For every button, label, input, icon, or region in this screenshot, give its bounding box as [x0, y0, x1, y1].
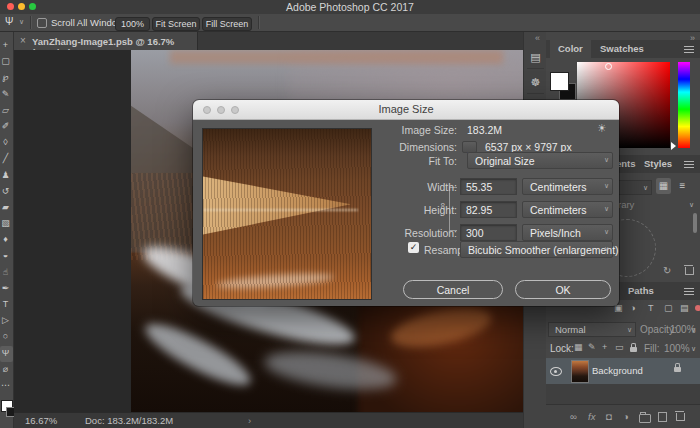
link-layers-icon[interactable]: ∞	[570, 411, 577, 422]
delete-icon[interactable]	[685, 267, 694, 275]
eraser-tool-icon[interactable]: ▰	[0, 200, 13, 216]
document-tab[interactable]: × YanZhang-Image1.psb @ 16.7% (RGB/8*) *	[14, 32, 198, 50]
expand-dock-icon[interactable]: «	[535, 33, 540, 43]
smudge-tool-icon[interactable]: ☝	[0, 265, 13, 281]
lock-position-icon[interactable]: +	[602, 342, 607, 352]
resolution-label: Resolution:	[347, 227, 457, 239]
navigator-panel-icon[interactable]: ☸	[527, 71, 544, 94]
layer-thumbnail[interactable]	[571, 360, 589, 383]
delete-layer-icon[interactable]	[676, 413, 685, 421]
clone-stamp-tool-icon[interactable]: ♟	[0, 168, 13, 184]
resample-dropdown[interactable]: Bicubic Smoother (enlargement) ∨	[460, 241, 613, 258]
lock-artboard-icon[interactable]: ▭	[615, 342, 624, 352]
app-title: Adobe Photoshop CC 2017	[0, 1, 700, 13]
dialog-title: Image Size	[193, 103, 619, 115]
hand-tool-options-icon: Ψ	[5, 16, 13, 28]
image-size-dialog: Image Size Image Size: 183.2M ☀ Dimensio…	[193, 100, 619, 306]
chevron-down-icon: ∨	[627, 326, 632, 334]
width-unit-dropdown[interactable]: Centimeters ∨	[522, 178, 613, 195]
dimensions-label: Dimensions:	[347, 141, 457, 153]
filter-smart-objects-icon[interactable]: ▤	[680, 303, 689, 313]
blur-tool-icon[interactable]: ♦	[0, 232, 13, 248]
shape-tool-icon[interactable]: ○	[0, 329, 13, 345]
zoom-100-button[interactable]: 100%	[115, 17, 150, 31]
filter-type-layers-icon[interactable]: T	[648, 303, 654, 313]
chevron-down-icon: ∨	[604, 156, 609, 164]
panel-menu-icon[interactable]	[684, 161, 694, 168]
scrollbar-thumb[interactable]	[693, 213, 697, 233]
adjustment-layer-icon[interactable]: ◑	[623, 411, 629, 422]
close-tab-icon[interactable]: ×	[20, 35, 26, 46]
pen-tool-icon[interactable]: ✒	[0, 281, 13, 297]
hue-slider-handle[interactable]	[671, 142, 676, 150]
color-marker[interactable]	[605, 63, 612, 70]
move-tool-icon[interactable]: +	[0, 38, 13, 54]
dodge-tool-icon[interactable]: ◒	[0, 248, 13, 264]
status-bar: 16.67% Doc: 183.2M/183.2M ›	[14, 412, 523, 428]
status-more-chevron-icon[interactable]: ›	[248, 415, 251, 426]
blend-mode-dropdown[interactable]: Normal ∨	[548, 322, 636, 337]
new-layer-icon[interactable]	[658, 412, 667, 422]
ok-button[interactable]: OK	[515, 280, 611, 299]
lock-all-icon[interactable]	[630, 347, 637, 352]
list-view-button[interactable]: ≡	[675, 178, 690, 194]
quick-selection-tool-icon[interactable]: ✎	[0, 87, 13, 103]
height-unit-dropdown[interactable]: Centimeters ∨	[522, 201, 613, 218]
resample-checkbox[interactable]: ✓	[408, 242, 419, 253]
healing-brush-tool-icon[interactable]: ◊	[0, 135, 13, 151]
zoom-tool-icon[interactable]: ⌀	[0, 362, 13, 378]
chevron-down-icon: ∨	[604, 205, 609, 213]
panel-menu-icon[interactable]	[684, 46, 694, 53]
tab-color[interactable]: Color	[550, 40, 591, 58]
color-panel-tabs: Color Swatches	[546, 40, 700, 58]
brush-tool-icon[interactable]: ╱	[0, 151, 13, 167]
filter-adjustment-layers-icon[interactable]: ◑	[630, 303, 635, 313]
tab-styles[interactable]: Styles	[640, 155, 676, 173]
height-field[interactable]: 82.95	[460, 201, 517, 218]
gear-icon[interactable]: ☀	[597, 122, 607, 135]
image-size-value: 183.2M	[467, 124, 502, 136]
chevron-down-icon[interactable]: ∨	[19, 18, 24, 26]
filter-shape-layers-icon[interactable]: ▢	[664, 303, 673, 313]
fit-screen-button[interactable]: Fit Screen	[152, 17, 200, 31]
lasso-tool-icon[interactable]: ℘	[0, 70, 13, 86]
fill-screen-button[interactable]: Fill Screen	[202, 17, 252, 31]
hand-tool-icon[interactable]: Ψ	[0, 346, 13, 362]
sync-icon[interactable]: ↻	[663, 265, 671, 276]
history-brush-tool-icon[interactable]: ↺	[0, 184, 13, 200]
titlebar: Adobe Photoshop CC 2017	[0, 0, 700, 14]
eyedropper-tool-icon[interactable]: ✐	[0, 119, 13, 135]
panel-menu-icon[interactable]	[684, 288, 694, 295]
lock-transparency-icon[interactable]: ▦	[574, 342, 583, 352]
fit-to-dropdown[interactable]: Original Size ∨	[467, 152, 613, 169]
resolution-unit-dropdown[interactable]: Pixels/Inch ∨	[522, 224, 613, 241]
layer-style-fx-icon[interactable]: fx	[588, 411, 595, 422]
grid-view-button[interactable]: ▦	[656, 178, 671, 194]
width-field[interactable]: 55.35	[460, 178, 517, 195]
foreground-color-swatch[interactable]	[550, 72, 569, 91]
cancel-button[interactable]: Cancel	[403, 280, 503, 299]
history-panel-icon[interactable]: ▤	[527, 46, 544, 69]
edit-toolbar-icon[interactable]: ⋯	[0, 378, 13, 394]
type-tool-icon[interactable]: T	[0, 297, 13, 313]
crop-tool-icon[interactable]: ▱	[0, 103, 13, 119]
new-group-icon[interactable]	[639, 414, 651, 423]
height-unit-value: Centimeters	[530, 204, 587, 216]
dialog-titlebar[interactable]: Image Size	[193, 100, 619, 120]
lock-pixels-icon[interactable]: ✎	[588, 342, 596, 352]
zoom-level-field[interactable]: 16.67%	[25, 415, 57, 426]
tab-swatches[interactable]: Swatches	[592, 40, 652, 58]
marquee-tool-icon[interactable]: ▢	[0, 54, 13, 70]
scroll-all-windows-checkbox[interactable]	[37, 18, 47, 28]
filter-toggle-icon[interactable]	[695, 305, 700, 311]
visibility-eye-icon[interactable]	[550, 367, 562, 376]
path-selection-tool-icon[interactable]: ▷	[0, 313, 13, 329]
fill-value[interactable]: 100%	[664, 343, 690, 355]
chevron-down-icon: ∨	[689, 201, 694, 209]
hue-slider[interactable]	[678, 62, 690, 148]
layer-mask-icon[interactable]: ◘	[606, 411, 612, 422]
gradient-tool-icon[interactable]: ▧	[0, 216, 13, 232]
resolution-field[interactable]: 300	[460, 224, 517, 241]
tab-paths[interactable]: Paths	[622, 282, 660, 300]
layer-row-background[interactable]: Background	[546, 358, 700, 384]
